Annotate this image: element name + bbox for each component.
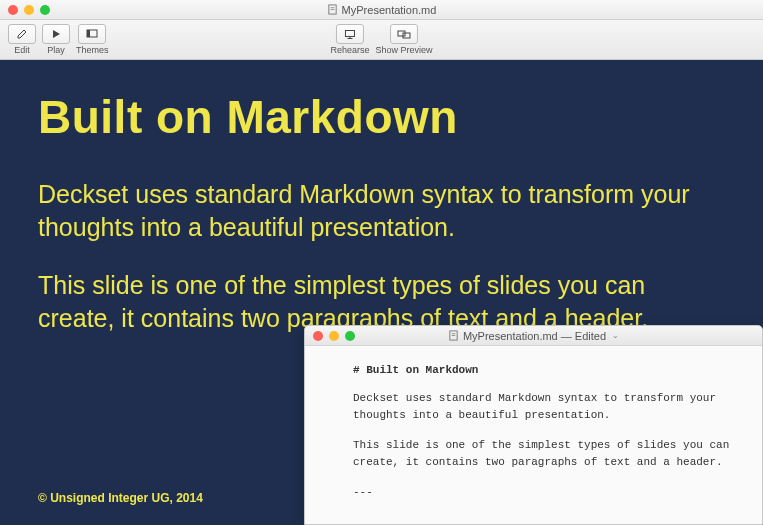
edit-toolbar-item[interactable]: Edit bbox=[8, 24, 36, 55]
traffic-lights bbox=[8, 5, 50, 15]
play-toolbar-item[interactable]: Play bbox=[42, 24, 70, 55]
zoom-button[interactable] bbox=[40, 5, 50, 15]
editor-title-text: MyPresentation.md — Edited bbox=[463, 330, 606, 342]
slide-footer: © Unsigned Integer UG, 2014 bbox=[38, 491, 203, 505]
editor-titlebar: MyPresentation.md — Edited ⌄ bbox=[305, 326, 762, 346]
main-titlebar: MyPresentation.md bbox=[0, 0, 763, 20]
editor-document-icon bbox=[448, 330, 459, 341]
preview-icon bbox=[390, 24, 418, 44]
themes-label: Themes bbox=[76, 45, 109, 55]
markdown-paragraph-2: This slide is one of the simplest types … bbox=[353, 437, 740, 472]
editor-zoom-button[interactable] bbox=[345, 331, 355, 341]
themes-toolbar-item[interactable]: Themes bbox=[76, 24, 109, 55]
rehearse-icon bbox=[336, 24, 364, 44]
minimize-button[interactable] bbox=[24, 5, 34, 15]
svg-rect-6 bbox=[345, 31, 354, 37]
window-title: MyPresentation.md bbox=[0, 4, 763, 16]
themes-icon bbox=[78, 24, 106, 44]
editor-minimize-button[interactable] bbox=[329, 331, 339, 341]
editor-body[interactable]: # Built on Markdown Deckset uses standar… bbox=[305, 346, 762, 524]
slide-heading: Built on Markdown bbox=[38, 90, 725, 144]
play-icon bbox=[42, 24, 70, 44]
editor-close-button[interactable] bbox=[313, 331, 323, 341]
rehearse-toolbar-item[interactable]: Rehearse bbox=[330, 24, 369, 55]
markdown-heading: # Built on Markdown bbox=[353, 362, 740, 380]
svg-marker-3 bbox=[53, 30, 60, 38]
document-icon bbox=[327, 4, 338, 15]
svg-rect-0 bbox=[328, 5, 335, 14]
svg-rect-5 bbox=[87, 30, 90, 37]
editor-traffic-lights bbox=[313, 331, 355, 341]
window-title-text: MyPresentation.md bbox=[342, 4, 437, 16]
close-button[interactable] bbox=[8, 5, 18, 15]
edit-label: Edit bbox=[14, 45, 30, 55]
play-label: Play bbox=[47, 45, 65, 55]
show-preview-toolbar-item[interactable]: Show Preview bbox=[376, 24, 433, 55]
markdown-paragraph-1: Deckset uses standard Markdown syntax to… bbox=[353, 390, 740, 425]
show-preview-label: Show Preview bbox=[376, 45, 433, 55]
rehearse-label: Rehearse bbox=[330, 45, 369, 55]
editor-window: MyPresentation.md — Edited ⌄ # Built on … bbox=[304, 325, 763, 525]
chevron-down-icon[interactable]: ⌄ bbox=[612, 331, 619, 340]
markdown-hr: --- bbox=[353, 484, 740, 502]
pencil-icon bbox=[8, 24, 36, 44]
editor-window-title: MyPresentation.md — Edited ⌄ bbox=[305, 330, 762, 342]
svg-rect-11 bbox=[450, 331, 457, 340]
toolbar: Edit Play Themes Rehearse bbox=[0, 20, 763, 60]
slide-paragraph-1: Deckset uses standard Markdown syntax to… bbox=[38, 178, 725, 243]
